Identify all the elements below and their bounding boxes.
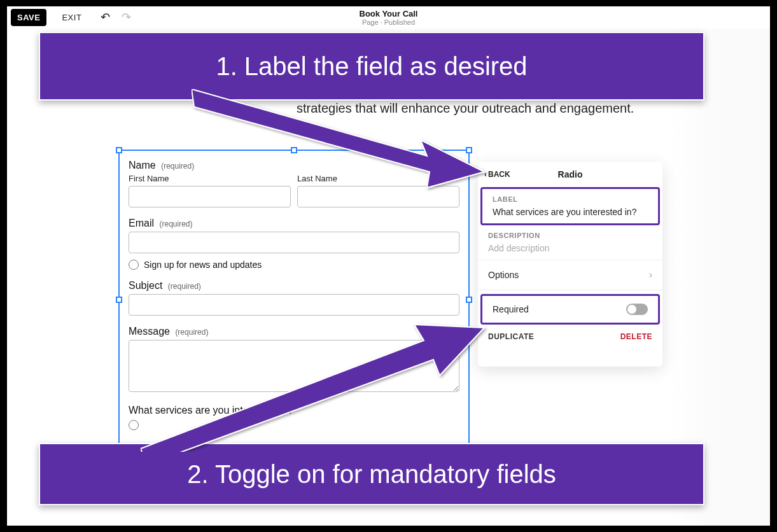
field-message-label: Message [129, 326, 170, 337]
required-hint: (required) [175, 328, 208, 337]
required-label: Required [493, 304, 529, 314]
editor-toolbar: SAVE EXIT ↶ ↷ Book Your Call Page · Publ… [7, 6, 770, 28]
resize-handle[interactable] [116, 297, 122, 303]
panel-required-row: Required [480, 294, 660, 325]
required-toggle[interactable] [626, 304, 648, 315]
resize-handle[interactable] [466, 297, 472, 303]
panel-label-heading: LABEL [493, 195, 648, 203]
message-textarea[interactable] [129, 340, 459, 392]
panel-title: Radio [558, 169, 583, 179]
resize-handle[interactable] [466, 147, 472, 153]
signup-label: Sign up for news and updates [144, 260, 262, 270]
field-name-label: Name [129, 160, 156, 171]
panel-description-placeholder[interactable]: Add description [488, 243, 652, 253]
panel-label-value[interactable]: What services are you interested in? [493, 207, 648, 217]
undo-icon[interactable]: ↶ [101, 10, 110, 24]
email-input[interactable] [129, 232, 459, 253]
panel-options-row[interactable]: Options › [478, 260, 662, 290]
required-hint: (required) [168, 282, 201, 291]
annotation-step-2: 2. Toggle on for mandatory fields [39, 443, 704, 505]
first-name-input[interactable] [129, 186, 291, 207]
chevron-right-icon: › [649, 269, 652, 281]
chevron-left-icon: ‹ [484, 170, 487, 179]
service-option-radio[interactable] [129, 420, 139, 430]
resize-handle[interactable] [116, 147, 122, 153]
field-settings-panel: ‹ BACK Radio LABEL What services are you… [478, 162, 662, 367]
first-name-label: First Name [129, 174, 291, 183]
panel-back-button[interactable]: ‹ BACK [484, 170, 510, 179]
required-hint: (required) [159, 220, 192, 228]
field-email-label: Email [129, 218, 154, 228]
save-button[interactable]: SAVE [11, 9, 46, 26]
required-hint: (required) [161, 162, 194, 171]
resize-handle[interactable] [291, 147, 297, 153]
panel-description-section[interactable]: DESCRIPTION Add description [478, 225, 662, 260]
field-subject-label: Subject [129, 280, 162, 291]
last-name-label: Last Name [297, 174, 459, 183]
form-block-selected[interactable]: Name (required) First Name Last Name Ema… [118, 150, 470, 450]
field-services-label: What services are you interested in? [129, 405, 293, 416]
duplicate-button[interactable]: DUPLICATE [488, 332, 534, 341]
annotation-step-1: 1. Label the field as desired [39, 32, 704, 101]
signup-radio[interactable] [129, 260, 139, 270]
exit-button[interactable]: EXIT [62, 13, 81, 22]
redo-icon: ↷ [122, 10, 131, 24]
subject-input[interactable] [129, 294, 459, 316]
panel-label-section[interactable]: LABEL What services are you interested i… [480, 187, 660, 225]
last-name-input[interactable] [297, 186, 459, 207]
panel-description-heading: DESCRIPTION [488, 232, 652, 239]
delete-button[interactable]: DELETE [620, 332, 652, 341]
